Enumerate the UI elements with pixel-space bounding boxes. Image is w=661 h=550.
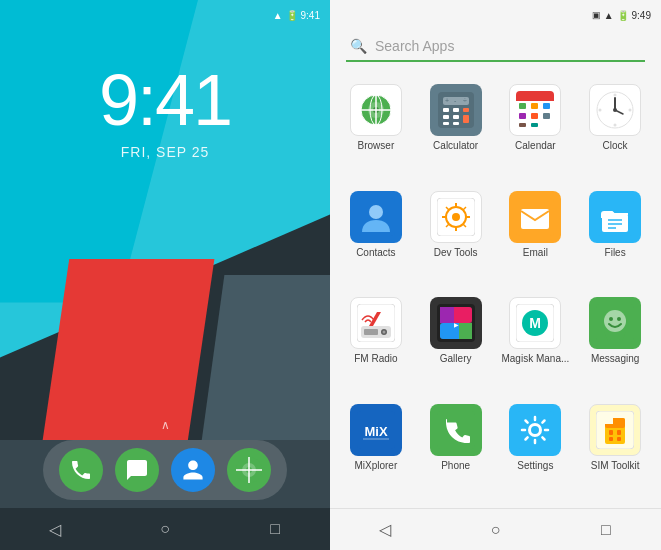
- app-devtools[interactable]: Dev Tools: [418, 185, 494, 288]
- clock-icon: [589, 84, 641, 136]
- dock-phone-icon[interactable]: [59, 448, 103, 492]
- contacts-label: Contacts: [356, 247, 395, 259]
- svg-point-42: [614, 124, 617, 127]
- recents-button-right[interactable]: □: [586, 510, 626, 550]
- svg-rect-18: [453, 115, 459, 119]
- svg-point-70: [382, 331, 385, 334]
- svg-rect-35: [531, 123, 538, 127]
- dock-contacts-icon[interactable]: [171, 448, 215, 492]
- app-files[interactable]: Files: [577, 185, 653, 288]
- svg-rect-97: [617, 437, 621, 441]
- magisk-label: Magisk Mana...: [501, 353, 569, 365]
- mixplorer-label: MiXplorer: [354, 460, 397, 472]
- app-contacts[interactable]: Contacts: [338, 185, 414, 288]
- svg-rect-30: [543, 103, 550, 109]
- search-icon: 🔍: [350, 38, 367, 54]
- dock-browser-icon[interactable]: [227, 448, 271, 492]
- svg-point-49: [452, 213, 460, 221]
- svg-rect-76: [459, 323, 472, 339]
- app-fmradio[interactable]: FM Radio: [338, 291, 414, 394]
- clock-date: FRI, SEP 25: [121, 144, 210, 160]
- svg-point-83: [609, 317, 613, 321]
- app-messaging[interactable]: Messaging: [577, 291, 653, 394]
- devtools-label: Dev Tools: [434, 247, 478, 259]
- svg-marker-93: [605, 418, 613, 424]
- svg-rect-74: [440, 307, 454, 323]
- app-email[interactable]: Email: [498, 185, 574, 288]
- messaging-label: Messaging: [591, 353, 639, 365]
- app-phone[interactable]: Phone: [418, 398, 494, 501]
- battery-icon-left: 🔋: [286, 10, 298, 21]
- sim-icon: [589, 404, 641, 456]
- battery-icon-right: 🔋: [617, 10, 629, 21]
- contacts-icon: [350, 191, 402, 243]
- signal-icon-left: ▲: [273, 10, 283, 21]
- home-button-left[interactable]: ○: [145, 509, 185, 549]
- nav-bar-left: ◁ ○ □: [0, 508, 330, 550]
- svg-point-44: [629, 109, 632, 112]
- email-label: Email: [523, 247, 548, 259]
- gallery-label: Gallery: [440, 353, 472, 365]
- svg-text:MiX: MiX: [364, 424, 387, 439]
- email-icon: [509, 191, 561, 243]
- photo-icon-right: ▣: [592, 10, 601, 20]
- gallery-icon: ▶: [430, 297, 482, 349]
- svg-rect-34: [519, 123, 526, 127]
- svg-text:▶: ▶: [453, 322, 458, 328]
- app-calculator[interactable]: + - ÷ Calculator: [418, 78, 494, 181]
- svg-rect-20: [443, 122, 449, 125]
- app-browser[interactable]: Browser: [338, 78, 414, 181]
- svg-rect-17: [443, 115, 449, 119]
- svg-rect-15: [453, 108, 459, 112]
- app-mixplorer[interactable]: MiX MiXplorer: [338, 398, 414, 501]
- time-right: 9:49: [632, 10, 651, 21]
- clock-display: 9:41 FRI, SEP 25: [0, 64, 330, 160]
- sim-label: SIM Toolkit: [591, 460, 640, 472]
- status-icons-right: ▣ ▲ 🔋 9:49: [592, 10, 651, 21]
- app-calendar[interactable]: Calendar: [498, 78, 574, 181]
- svg-rect-29: [531, 103, 538, 109]
- svg-rect-27: [516, 97, 554, 101]
- app-sim[interactable]: SIM Toolkit: [577, 398, 653, 501]
- svg-rect-88: [437, 411, 475, 449]
- svg-text:M: M: [530, 315, 542, 331]
- svg-rect-14: [443, 108, 449, 112]
- home-button-right[interactable]: ○: [475, 510, 515, 550]
- settings-label: Settings: [517, 460, 553, 472]
- search-bar[interactable]: 🔍 Search Apps: [346, 32, 645, 62]
- svg-rect-95: [617, 430, 621, 435]
- swipe-arrow: ∧: [161, 418, 170, 432]
- calendar-icon: [509, 84, 561, 136]
- svg-rect-94: [609, 430, 613, 435]
- back-button-left[interactable]: ◁: [35, 509, 75, 549]
- recents-button-left[interactable]: □: [255, 509, 295, 549]
- svg-rect-19: [463, 115, 469, 123]
- browser-label: Browser: [358, 140, 395, 152]
- svg-point-43: [599, 109, 602, 112]
- svg-rect-68: [364, 329, 378, 335]
- phone-icon: [430, 404, 482, 456]
- magisk-icon: M: [509, 297, 561, 349]
- app-settings[interactable]: Settings: [498, 398, 574, 501]
- svg-rect-62: [602, 212, 614, 218]
- calendar-label: Calendar: [515, 140, 556, 152]
- calculator-label: Calculator: [433, 140, 478, 152]
- search-placeholder: Search Apps: [375, 38, 454, 54]
- dock-messages-icon[interactable]: [115, 448, 159, 492]
- files-label: Files: [605, 247, 626, 259]
- app-gallery[interactable]: ▶ Gallery: [418, 291, 494, 394]
- phone-label: Phone: [441, 460, 470, 472]
- app-clock[interactable]: Clock: [577, 78, 653, 181]
- fmradio-icon: [350, 297, 402, 349]
- left-phone: ▲ 🔋 9:41 9:41 FRI, SEP 25 ∧: [0, 0, 330, 550]
- back-button-right[interactable]: ◁: [365, 510, 405, 550]
- svg-rect-31: [519, 113, 526, 119]
- app-magisk[interactable]: M Magisk Mana...: [498, 291, 574, 394]
- files-icon: [589, 191, 641, 243]
- svg-rect-21: [453, 122, 459, 125]
- nav-bar-right: ◁ ○ □: [330, 508, 661, 550]
- status-bar-right: ▣ ▲ 🔋 9:49: [330, 0, 661, 24]
- svg-text:+: +: [445, 97, 449, 104]
- mixplorer-icon: MiX: [350, 404, 402, 456]
- dock-icons: [43, 440, 287, 500]
